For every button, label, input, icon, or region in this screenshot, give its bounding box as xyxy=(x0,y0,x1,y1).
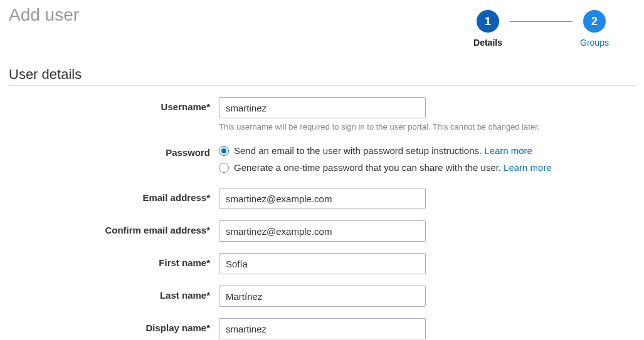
email-input[interactable] xyxy=(219,188,426,209)
last-name-input[interactable] xyxy=(219,286,426,307)
email-label: Email address* xyxy=(9,188,219,203)
password-option-email[interactable]: Send an email to the user with password … xyxy=(219,143,635,156)
wizard-steps: 1 Details 2 Groups xyxy=(466,5,635,48)
password-label: Password xyxy=(9,143,219,158)
step-2-circle: 2 xyxy=(583,10,606,33)
last-name-label: Last name* xyxy=(9,286,219,301)
wizard-step-groups[interactable]: 2 Groups xyxy=(573,10,616,48)
password-option-generate[interactable]: Generate a one-time password that you ca… xyxy=(219,160,635,173)
wizard-step-details[interactable]: 1 Details xyxy=(466,10,510,48)
user-details-form: Username* This username will be required… xyxy=(9,97,635,339)
radio-icon xyxy=(219,146,229,156)
display-name-label: Display name* xyxy=(9,318,219,333)
page-title: Add user xyxy=(9,5,79,25)
section-title: User details xyxy=(9,66,635,86)
username-input[interactable] xyxy=(219,97,426,118)
radio-icon xyxy=(219,163,229,173)
username-label: Username* xyxy=(9,97,219,112)
wizard-connector xyxy=(510,21,573,22)
step-1-label: Details xyxy=(473,38,502,48)
password-option-generate-text: Generate a one-time password that you ca… xyxy=(234,162,501,173)
confirm-email-input[interactable] xyxy=(219,220,426,242)
step-1-circle: 1 xyxy=(477,10,499,33)
username-hint: This username will be required to sign i… xyxy=(219,122,635,131)
learn-more-link[interactable]: Learn more xyxy=(484,145,532,156)
first-name-label: First name* xyxy=(9,253,219,268)
learn-more-link[interactable]: Learn more xyxy=(504,162,552,173)
display-name-input[interactable] xyxy=(219,318,426,339)
step-2-label: Groups xyxy=(580,38,609,48)
confirm-email-label: Confirm email address* xyxy=(9,220,219,235)
first-name-input[interactable] xyxy=(219,253,426,274)
password-option-email-text: Send an email to the user with password … xyxy=(234,145,482,156)
